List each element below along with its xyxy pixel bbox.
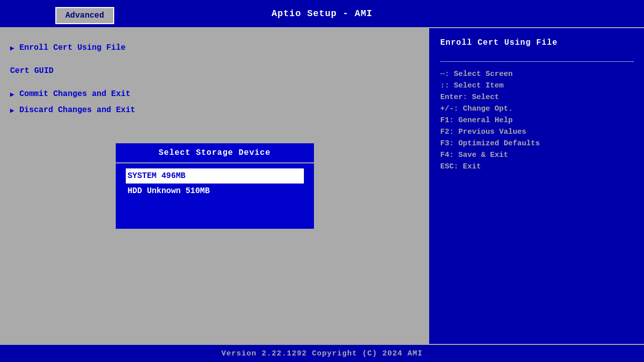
key-help-item-5: F2: Previous Values bbox=[440, 128, 634, 136]
bottom-bar: Version 2.22.1292 Copyright (C) 2024 AMI bbox=[0, 344, 644, 362]
enroll-cert-arrow: ▶ bbox=[10, 44, 14, 52]
key-help-item-1: ↕: Select Item bbox=[440, 81, 634, 90]
commit-label: Commit Changes and Exit bbox=[19, 89, 130, 99]
commit-arrow: ▶ bbox=[10, 90, 14, 99]
discard-label: Discard Changes and Exit bbox=[19, 106, 135, 115]
dialog-item-1[interactable]: HDD Unknown 510MB bbox=[126, 184, 304, 199]
right-panel: Enroll Cert Using File ↔: Select Screen↕… bbox=[430, 28, 644, 344]
key-help-item-0: ↔: Select Screen bbox=[440, 70, 634, 78]
storage-device-dialog[interactable]: Select Storage Device SYSTEM 496MBHDD Un… bbox=[114, 142, 315, 230]
dialog-body: SYSTEM 496MBHDD Unknown 510MB bbox=[116, 163, 314, 229]
help-title: Enroll Cert Using File bbox=[440, 38, 634, 47]
main-content: ▶ Enroll Cert Using File Cert GUID ▶ Com… bbox=[0, 28, 644, 344]
key-help-item-2: Enter: Select bbox=[440, 93, 634, 102]
top-bar: Aptio Setup - AMI Advanced bbox=[0, 0, 644, 28]
enroll-cert-item[interactable]: ▶ Enroll Cert Using File bbox=[10, 43, 419, 52]
cert-guid-label: Cert GUID bbox=[10, 66, 419, 75]
key-help-item-3: +/-: Change Opt. bbox=[440, 105, 634, 113]
divider bbox=[440, 61, 634, 62]
commit-changes-item[interactable]: ▶ Commit Changes and Exit bbox=[10, 89, 419, 99]
version-text: Version 2.22.1292 Copyright (C) 2024 AMI bbox=[221, 349, 423, 358]
app-title: Aptio Setup - AMI bbox=[272, 9, 373, 19]
discard-changes-item[interactable]: ▶ Discard Changes and Exit bbox=[10, 106, 419, 115]
key-help-item-8: ESC: Exit bbox=[440, 162, 634, 171]
discard-arrow: ▶ bbox=[10, 106, 14, 115]
dialog-overlay: Select Storage Device SYSTEM 496MBHDD Un… bbox=[0, 28, 429, 344]
dialog-title: Select Storage Device bbox=[116, 143, 314, 163]
left-panel: ▶ Enroll Cert Using File Cert GUID ▶ Com… bbox=[0, 28, 430, 344]
key-help-item-7: F4: Save & Exit bbox=[440, 151, 634, 159]
key-help-item-4: F1: General Help bbox=[440, 116, 634, 125]
key-help-item-6: F3: Optimized Defaults bbox=[440, 139, 634, 148]
dialog-item-0[interactable]: SYSTEM 496MB bbox=[126, 168, 304, 184]
enroll-cert-label: Enroll Cert Using File bbox=[19, 43, 125, 52]
key-help-list: ↔: Select Screen↕: Select ItemEnter: Sel… bbox=[440, 70, 634, 174]
tab-advanced[interactable]: Advanced bbox=[55, 7, 114, 24]
